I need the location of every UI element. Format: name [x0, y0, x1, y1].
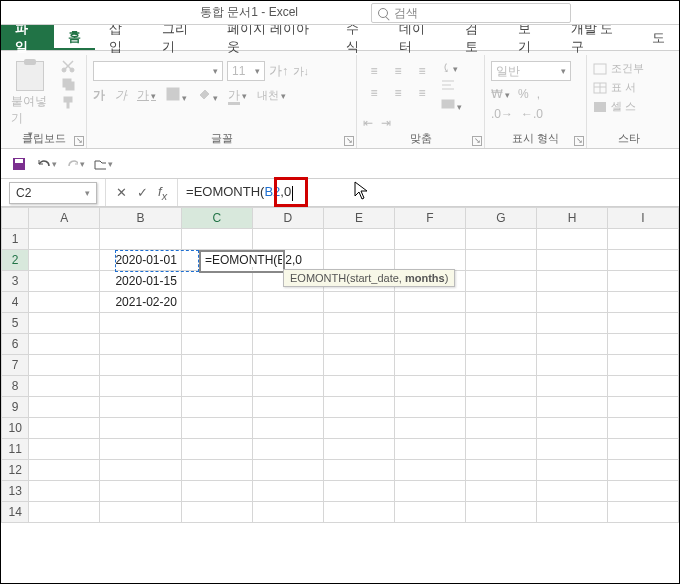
align-bottom-button[interactable]: ≡ [411, 61, 433, 81]
dialog-launcher-icon[interactable]: ↘ [74, 136, 84, 146]
align-right-button[interactable]: ≡ [411, 83, 433, 103]
group-alignment-label: 맞춤 ↘ [363, 131, 478, 148]
align-middle-button[interactable]: ≡ [387, 61, 409, 81]
increase-indent-button[interactable]: ⇥ [381, 116, 391, 130]
dialog-launcher-icon[interactable]: ↘ [472, 136, 482, 146]
spreadsheet-grid[interactable]: A B C D E F G H I 1 22020-01-01 32020-01… [1, 207, 679, 584]
row-header[interactable]: 6 [2, 334, 29, 355]
tab-developer[interactable]: 개발 도구 [557, 25, 638, 50]
chevron-down-icon: ▾ [240, 91, 247, 101]
col-header[interactable]: B [100, 208, 182, 229]
tab-more[interactable]: 도 [638, 25, 679, 50]
copy-button[interactable] [60, 77, 76, 91]
percent-format-button[interactable]: % [518, 87, 529, 101]
orientation-button[interactable]: ⤹▾ [441, 61, 462, 75]
row-header[interactable]: 1 [2, 229, 29, 250]
accounting-format-button[interactable]: ₩▾ [491, 87, 510, 101]
copy-icon [61, 77, 75, 91]
row-header[interactable]: 13 [2, 481, 29, 502]
col-header[interactable]: A [29, 208, 100, 229]
svg-point-1 [70, 68, 74, 72]
tab-home[interactable]: 홈 [54, 25, 95, 50]
col-header[interactable]: F [394, 208, 465, 229]
align-top-button[interactable]: ≡ [363, 61, 385, 81]
undo-button[interactable]: ▾ [37, 154, 57, 174]
formula-tools: ✕ ✓ fx [105, 179, 178, 206]
number-format-select[interactable]: 일반▾ [491, 61, 571, 81]
shrink-font-button[interactable]: 가↓ [293, 64, 310, 79]
enter-formula-button[interactable]: ✓ [137, 185, 148, 200]
fill-color-button[interactable]: ▾ [197, 87, 218, 104]
col-header[interactable]: D [252, 208, 323, 229]
redo-button[interactable]: ▾ [65, 154, 85, 174]
merge-button[interactable]: ▾ [441, 98, 462, 113]
format-painter-button[interactable] [60, 95, 76, 109]
open-button[interactable]: ▾ [93, 154, 113, 174]
align-center-button[interactable]: ≡ [387, 83, 409, 103]
chevron-down-icon: ▾ [253, 66, 260, 76]
col-header[interactable]: I [608, 208, 679, 229]
tab-insert[interactable]: 삽입 [95, 25, 148, 50]
chevron-down-icon: ▾ [503, 90, 510, 100]
save-button[interactable] [9, 154, 29, 174]
row-header[interactable]: 2 [2, 250, 29, 271]
select-all-corner[interactable] [2, 208, 29, 229]
chevron-down-icon: ▾ [559, 66, 566, 76]
tab-page-layout[interactable]: 페이지 레이아웃 [213, 25, 332, 50]
cut-button[interactable] [60, 59, 76, 73]
dialog-launcher-icon[interactable]: ↘ [344, 136, 354, 146]
font-name-select[interactable]: ▾ [93, 61, 223, 81]
grow-font-button[interactable]: 가↑ [269, 62, 289, 80]
chevron-down-icon: ▾ [50, 159, 57, 169]
underline-button[interactable]: 가▾ [137, 87, 156, 104]
row-header[interactable]: 4 [2, 292, 29, 313]
row-header[interactable]: 11 [2, 439, 29, 460]
cell-edit-overflow: =EOMONTH(B2,0 [203, 252, 304, 267]
row-header[interactable]: 8 [2, 376, 29, 397]
col-header[interactable]: C [181, 208, 252, 229]
increase-decimal-button[interactable]: .0→ [491, 107, 513, 121]
dialog-launcher-icon[interactable]: ↘ [574, 136, 584, 146]
decrease-indent-button[interactable]: ⇤ [363, 116, 373, 130]
text-cursor [292, 186, 293, 201]
insert-function-button[interactable]: fx [158, 184, 167, 202]
cell[interactable]: 2020-01-15 [100, 271, 182, 292]
col-header[interactable]: H [536, 208, 607, 229]
decrease-decimal-button[interactable]: ←.0 [521, 107, 543, 121]
row-header[interactable]: 10 [2, 418, 29, 439]
cell[interactable]: 2021-02-20 [100, 292, 182, 313]
align-left-button[interactable]: ≡ [363, 83, 385, 103]
row-header[interactable]: 9 [2, 397, 29, 418]
border-button[interactable]: ▾ [166, 87, 187, 104]
tab-file[interactable]: 파일 [1, 25, 54, 50]
cancel-formula-button[interactable]: ✕ [116, 185, 127, 200]
tab-formulas[interactable]: 수식 [332, 25, 385, 50]
tab-draw[interactable]: 그리기 [148, 25, 213, 50]
comma-format-button[interactable]: , [537, 87, 540, 101]
conditional-formatting-button[interactable]: 조건부 [593, 61, 665, 76]
tab-view[interactable]: 보기 [504, 25, 557, 50]
cell-styles-button[interactable]: 셀 스 [593, 99, 665, 114]
tab-data[interactable]: 데이터 [385, 25, 450, 50]
search-box[interactable]: 검색 [371, 3, 571, 23]
row-header[interactable]: 7 [2, 355, 29, 376]
cell[interactable]: 2020-01-01 [100, 250, 182, 271]
wrap-text-button[interactable] [441, 79, 462, 94]
row-header[interactable]: 12 [2, 460, 29, 481]
tab-review[interactable]: 검토 [451, 25, 504, 50]
table-icon [593, 82, 607, 94]
row-header[interactable]: 14 [2, 502, 29, 523]
col-header[interactable]: G [465, 208, 536, 229]
col-header[interactable]: E [323, 208, 394, 229]
font-color-button[interactable]: 가▾ [228, 87, 247, 104]
row-header[interactable]: 5 [2, 313, 29, 334]
phonetic-button[interactable]: 내천▾ [257, 88, 286, 103]
bold-button[interactable]: 가 [93, 87, 105, 104]
italic-button[interactable]: 가 [115, 87, 127, 104]
row-header[interactable]: 3 [2, 271, 29, 292]
name-box[interactable]: C2 ▾ [9, 182, 97, 204]
font-size-select[interactable]: 11▾ [227, 61, 265, 81]
format-as-table-button[interactable]: 표 서 [593, 80, 665, 95]
paste-icon [16, 61, 44, 91]
formula-input[interactable]: =EOMONTH(B2,0 [178, 179, 679, 206]
